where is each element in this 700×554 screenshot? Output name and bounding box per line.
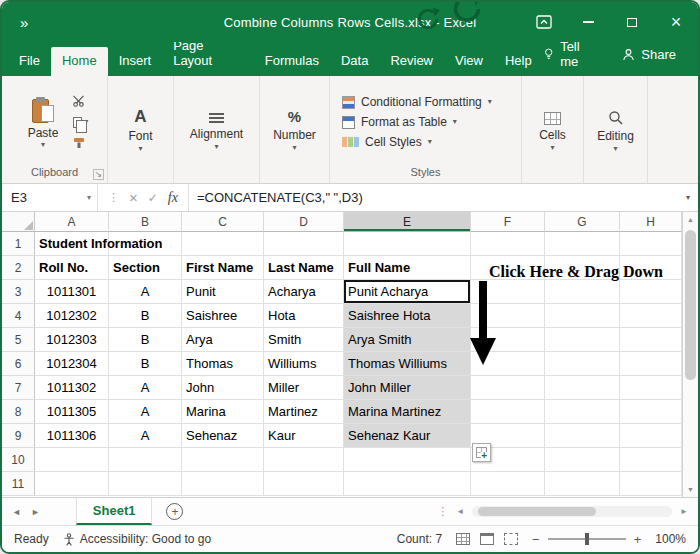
cell-B5[interactable]: B	[109, 328, 182, 352]
cell-H6[interactable]	[620, 352, 682, 376]
cell-D7[interactable]: Miller	[264, 376, 344, 400]
cell-B2[interactable]: Section	[109, 256, 182, 280]
editing-button[interactable]: Editing ▾	[584, 76, 647, 183]
cell-B11[interactable]	[109, 472, 182, 496]
cell-C7[interactable]: John	[182, 376, 264, 400]
zoom-level[interactable]: 100%	[655, 532, 686, 546]
cell-D8[interactable]: Martinez	[264, 400, 344, 424]
cell-D1[interactable]	[264, 232, 344, 256]
dialog-launcher-icon[interactable]: ↘	[93, 169, 104, 180]
cell-F1[interactable]	[471, 232, 545, 256]
row-header-4[interactable]: 4	[2, 304, 35, 328]
hscroll-left-icon[interactable]: ◄	[456, 507, 464, 516]
cell-G6[interactable]	[545, 352, 620, 376]
tab-help[interactable]: Help	[494, 47, 543, 76]
font-button[interactable]: A Font ▾	[108, 76, 173, 183]
hscroll-right-icon[interactable]: ►	[680, 507, 688, 516]
number-button[interactable]: % Number ▾	[260, 76, 329, 183]
row-header-10[interactable]: 10	[2, 448, 35, 472]
cell-H1[interactable]	[620, 232, 682, 256]
cell-C8[interactable]: Marina	[182, 400, 264, 424]
col-header-F[interactable]: F	[471, 212, 545, 232]
cell-G11[interactable]	[545, 472, 620, 496]
cell-E6[interactable]: Thomas Williums	[344, 352, 471, 376]
cell-E2[interactable]: Full Name	[344, 256, 471, 280]
cell-H4[interactable]	[620, 304, 682, 328]
cell-G10[interactable]	[545, 448, 620, 472]
cell-A2[interactable]: Roll No.	[35, 256, 109, 280]
row-header-9[interactable]: 9	[2, 424, 35, 448]
cell-E8[interactable]: Marina Martinez	[344, 400, 471, 424]
cell-A5[interactable]: 1012303	[35, 328, 109, 352]
tab-data[interactable]: Data	[330, 47, 379, 76]
cell-F7[interactable]	[471, 376, 545, 400]
cell-E4[interactable]: Saishree Hota	[344, 304, 471, 328]
cell-H9[interactable]	[620, 424, 682, 448]
tab-formulas[interactable]: Formulas	[254, 47, 330, 76]
add-sheet-button[interactable]: +	[166, 503, 183, 520]
cell-A1[interactable]: Student Information	[35, 232, 109, 256]
cell-styles-button[interactable]: Cell Styles ▾	[334, 132, 440, 152]
col-header-D[interactable]: D	[264, 212, 344, 232]
cell-G8[interactable]	[545, 400, 620, 424]
tab-home[interactable]: Home	[51, 47, 108, 76]
close-button[interactable]: ×	[654, 2, 698, 42]
cell-D11[interactable]	[264, 472, 344, 496]
cell-B8[interactable]: A	[109, 400, 182, 424]
cell-G7[interactable]	[545, 376, 620, 400]
cell-D5[interactable]: Smith	[264, 328, 344, 352]
insert-function-icon[interactable]: fx	[168, 190, 178, 206]
page-layout-view-icon[interactable]	[480, 533, 494, 545]
row-header-2[interactable]: 2	[2, 256, 35, 280]
col-header-H[interactable]: H	[620, 212, 682, 232]
col-header-G[interactable]: G	[545, 212, 620, 232]
conditional-formatting-button[interactable]: Conditional Formatting ▾	[334, 92, 500, 112]
cell-H10[interactable]	[620, 448, 682, 472]
cancel-icon[interactable]: ×	[129, 189, 138, 206]
zoom-in-icon[interactable]: +	[634, 532, 642, 547]
cell-A11[interactable]	[35, 472, 109, 496]
formula-bar-expand-icon[interactable]: ▾	[678, 184, 698, 211]
cell-D4[interactable]: Hota	[264, 304, 344, 328]
cell-F11[interactable]	[471, 472, 545, 496]
cell-C3[interactable]: Punit	[182, 280, 264, 304]
cell-B3[interactable]: A	[109, 280, 182, 304]
cell-D10[interactable]	[264, 448, 344, 472]
col-header-A[interactable]: A	[35, 212, 109, 232]
maximize-button[interactable]	[610, 2, 654, 42]
cell-B6[interactable]: B	[109, 352, 182, 376]
cell-B4[interactable]: B	[109, 304, 182, 328]
cell-G1[interactable]	[545, 232, 620, 256]
cell-C6[interactable]: Thomas	[182, 352, 264, 376]
paste-button[interactable]: Paste ▾	[21, 94, 66, 151]
col-header-C[interactable]: C	[182, 212, 264, 232]
cell-C1[interactable]	[182, 232, 264, 256]
cell-C11[interactable]	[182, 472, 264, 496]
tab-insert[interactable]: Insert	[108, 47, 163, 76]
cell-D3[interactable]: Acharya	[264, 280, 344, 304]
cell-E11[interactable]	[344, 472, 471, 496]
tab-view[interactable]: View	[444, 47, 494, 76]
cell-D9[interactable]: Kaur	[264, 424, 344, 448]
cell-A4[interactable]: 1012302	[35, 304, 109, 328]
cell-A6[interactable]: 1012304	[35, 352, 109, 376]
horizontal-scroll-thumb[interactable]	[478, 507, 596, 516]
sheet-nav-left-icon[interactable]: ◄	[12, 507, 21, 517]
enter-check-icon[interactable]: ✓	[148, 191, 158, 205]
cell-H11[interactable]	[620, 472, 682, 496]
cell-A7[interactable]: 1011302	[35, 376, 109, 400]
cell-D2[interactable]: Last Name	[264, 256, 344, 280]
cell-F8[interactable]	[471, 400, 545, 424]
row-header-1[interactable]: 1	[2, 232, 35, 256]
cell-A9[interactable]: 1011306	[35, 424, 109, 448]
zoom-slider[interactable]	[548, 538, 626, 540]
ribbon-display-options-icon[interactable]	[522, 2, 566, 42]
cell-E10[interactable]	[344, 448, 471, 472]
formula-input[interactable]: =CONCATENATE(C3," ",D3)	[189, 184, 678, 211]
row-header-3[interactable]: 3	[2, 280, 35, 304]
cell-H5[interactable]	[620, 328, 682, 352]
row-header-6[interactable]: 6	[2, 352, 35, 376]
format-painter-button[interactable]	[73, 136, 88, 150]
vertical-scroll-thumb[interactable]	[685, 230, 696, 380]
cell-C5[interactable]: Arya	[182, 328, 264, 352]
